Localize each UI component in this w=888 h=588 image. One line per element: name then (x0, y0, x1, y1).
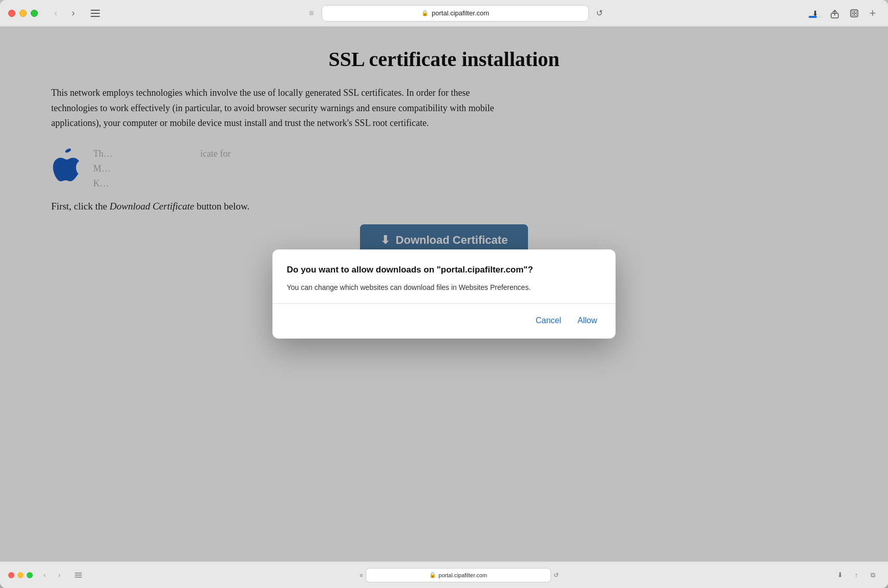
mini-browser-bar: ‹ › ≡ 🔒 portal.cipafilter.com ↺ ⬇ ↑ ⧉ (0, 561, 888, 588)
mini-share-icon[interactable]: ↑ (849, 570, 863, 581)
mini-maximize-button[interactable] (27, 572, 33, 578)
mini-traffic-lights (8, 572, 33, 578)
new-tab-overview-button[interactable] (846, 6, 862, 21)
svg-rect-0 (91, 10, 100, 11)
svg-rect-10 (75, 575, 82, 576)
modal-overlay: Do you want to allow downloads on "porta… (0, 27, 888, 561)
mini-reader-icon: ≡ (360, 572, 363, 578)
modal-title: Do you want to allow downloads on "porta… (287, 264, 601, 276)
url-text: portal.cipafilter.com (432, 9, 489, 17)
lock-icon: 🔒 (421, 10, 429, 16)
toolbar-right: ⬇ + (807, 6, 880, 21)
close-button[interactable] (8, 10, 15, 17)
title-bar: ‹ › ≡ 🔒 portal.cipafilter.com ↺ (0, 0, 888, 27)
mini-sidebar-icon (71, 570, 86, 581)
mini-url-text: portal.cipafilter.com (438, 572, 487, 578)
share-icon (831, 8, 839, 18)
mini-tab-overview-icon[interactable]: ⧉ (865, 570, 880, 581)
chevron-right-icon: › (72, 8, 75, 18)
download-permission-dialog: Do you want to allow downloads on "porta… (272, 249, 616, 339)
allow-button[interactable]: Allow (574, 314, 601, 327)
svg-rect-4 (851, 10, 858, 17)
mini-download-icon[interactable]: ⬇ (833, 570, 847, 581)
svg-rect-6 (855, 11, 857, 13)
nav-buttons: ‹ › (48, 7, 81, 20)
downloads-button[interactable]: ⬇ (807, 6, 823, 21)
svg-rect-11 (75, 577, 82, 578)
svg-rect-8 (855, 13, 857, 15)
traffic-lights (8, 10, 38, 17)
mini-back-button[interactable]: ‹ (38, 570, 51, 581)
minimize-button[interactable] (19, 10, 27, 17)
refresh-icon: ↺ (596, 8, 603, 18)
back-button[interactable]: ‹ (48, 7, 64, 20)
new-tab-button[interactable]: + (865, 6, 880, 20)
sidebar-toggle-button[interactable] (87, 7, 103, 20)
forward-button[interactable]: › (66, 7, 81, 20)
modal-body: You can change which websites can downlo… (287, 282, 601, 293)
browser-window: ‹ › ≡ 🔒 portal.cipafilter.com ↺ (0, 0, 888, 588)
maximize-button[interactable] (31, 10, 38, 17)
svg-rect-2 (91, 16, 100, 17)
modal-divider (272, 303, 616, 304)
mini-lock-icon: 🔒 (429, 572, 436, 578)
share-button[interactable] (827, 6, 843, 21)
mini-minimize-button[interactable] (17, 572, 24, 578)
mini-address-bar[interactable]: 🔒 portal.cipafilter.com (366, 569, 551, 582)
mini-address-area: ≡ 🔒 portal.cipafilter.com ↺ (91, 569, 828, 582)
tab-overview-icon (850, 9, 858, 17)
address-bar[interactable]: 🔒 portal.cipafilter.com (322, 6, 588, 21)
mini-close-button[interactable] (8, 572, 14, 578)
plus-icon: + (870, 8, 876, 19)
page-content: SSL certificate installation This networ… (0, 27, 888, 561)
mini-toolbar-right: ⬇ ↑ ⧉ (833, 570, 880, 581)
chevron-left-icon: ‹ (54, 8, 57, 18)
svg-rect-9 (75, 573, 82, 574)
svg-rect-7 (852, 13, 854, 15)
sidebar-icon (91, 10, 100, 17)
mini-refresh-icon: ↺ (554, 572, 559, 579)
mini-nav-buttons: ‹ › (38, 570, 66, 581)
modal-actions: Cancel Allow (287, 312, 601, 327)
svg-rect-1 (91, 13, 100, 14)
svg-rect-5 (852, 11, 854, 13)
address-bar-container: ≡ 🔒 portal.cipafilter.com ↺ (110, 6, 801, 21)
reload-button-left[interactable]: ≡ (305, 7, 318, 20)
mini-forward-button[interactable]: › (53, 570, 66, 581)
reload-button[interactable]: ↺ (593, 7, 606, 20)
cancel-button[interactable]: Cancel (532, 314, 565, 327)
